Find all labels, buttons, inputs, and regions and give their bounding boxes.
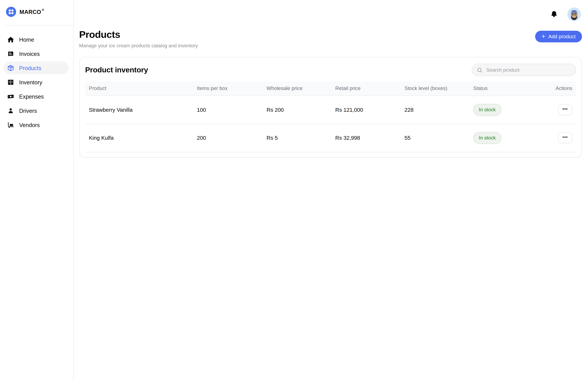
search-product-field[interactable] xyxy=(472,64,576,76)
page-subtitle: Manage your ice cream products catalog a… xyxy=(79,42,198,48)
col-status: Status xyxy=(469,81,545,96)
card-footer-spacer xyxy=(80,152,581,157)
cell-retail-price: Rs 32,998 xyxy=(332,124,401,152)
app-root: MARCO® Home Invoices Products xyxy=(0,0,588,382)
marco-logo-icon xyxy=(6,7,16,17)
sidebar-item-products[interactable]: Products xyxy=(4,61,69,74)
ellipsis-icon: ••• xyxy=(562,135,568,140)
cell-wholesale-price: Rs 200 xyxy=(263,96,332,124)
card-title: Product inventory xyxy=(85,66,148,74)
person-icon xyxy=(7,107,14,114)
invoice-icon xyxy=(7,50,14,57)
cell-product-name: Strawberry Vanilla xyxy=(85,96,193,124)
inventory-icon xyxy=(7,78,14,86)
col-items-per-box: Items per box xyxy=(193,81,263,96)
add-product-button[interactable]: + Add product xyxy=(535,31,582,42)
sidebar-item-invoices[interactable]: Invoices xyxy=(4,47,69,60)
status-badge: In stock xyxy=(473,132,501,144)
sidebar-item-label: Drivers xyxy=(19,107,37,114)
sidebar-item-vendors[interactable]: Vendors xyxy=(4,119,69,131)
sidebar-item-label: Home xyxy=(19,36,34,42)
plus-icon: + xyxy=(542,33,545,40)
sidebar-item-drivers[interactable]: Drivers xyxy=(4,104,69,117)
ellipsis-icon: ••• xyxy=(562,107,568,111)
sidebar-item-label: Inventory xyxy=(19,79,42,85)
col-retail-price: Retail price xyxy=(332,81,401,96)
cart-icon xyxy=(7,121,14,129)
page-header: Products Manage your ice cream products … xyxy=(74,21,588,48)
brand-logo[interactable]: MARCO® xyxy=(0,0,73,17)
sidebar-item-label: Vendors xyxy=(19,122,40,128)
home-icon xyxy=(7,36,14,43)
card-header: Product inventory xyxy=(80,57,581,81)
table-header-row: Product Items per box Wholesale price Re… xyxy=(85,81,576,96)
search-icon xyxy=(477,67,483,73)
sidebar-divider xyxy=(6,25,72,25)
col-wholesale-price: Wholesale price xyxy=(263,81,332,96)
row-actions-button[interactable]: ••• xyxy=(558,104,572,115)
topbar xyxy=(74,0,588,21)
sidebar-item-expenses[interactable]: Expenses xyxy=(4,90,69,103)
sidebar-item-label: Invoices xyxy=(19,50,40,57)
product-table: Product Items per box Wholesale price Re… xyxy=(85,81,576,152)
main-content: Products Manage your ice cream products … xyxy=(74,0,588,382)
col-stock-level: Stock level (boxes) xyxy=(401,81,469,96)
col-actions: Actions xyxy=(545,81,576,96)
sidebar-nav: Home Invoices Products Inventory xyxy=(0,33,73,131)
cell-product-name: King Kulfa xyxy=(85,124,193,152)
package-icon xyxy=(7,64,14,72)
cell-stock-level: 228 xyxy=(401,96,469,124)
sidebar-item-label: Products xyxy=(19,65,41,71)
brand-name: MARCO® xyxy=(20,9,44,15)
notification-bell-icon[interactable] xyxy=(550,10,558,19)
add-product-label: Add product xyxy=(548,34,576,39)
search-input[interactable] xyxy=(485,67,571,73)
product-inventory-card: Product inventory Product Items per box … xyxy=(80,57,582,157)
registered-mark: ® xyxy=(42,8,44,12)
cell-wholesale-price: Rs 5 xyxy=(263,124,332,152)
cell-stock-level: 55 xyxy=(401,124,469,152)
table-row: King Kulfa 200 Rs 5 Rs 32,998 55 In stoc… xyxy=(85,124,576,152)
table-row: Strawberry Vanilla 100 Rs 200 Rs 121,000… xyxy=(85,96,576,124)
status-badge: In stock xyxy=(473,104,501,116)
sidebar-item-home[interactable]: Home xyxy=(4,33,69,46)
banknote-icon xyxy=(7,93,14,100)
row-actions-button[interactable]: ••• xyxy=(558,132,572,143)
sidebar-item-label: Expenses xyxy=(19,93,44,100)
sidebar-item-inventory[interactable]: Inventory xyxy=(4,76,69,88)
cell-items-per-box: 100 xyxy=(193,96,263,124)
col-product: Product xyxy=(85,81,193,96)
user-avatar[interactable] xyxy=(567,7,581,21)
cell-items-per-box: 200 xyxy=(193,124,263,152)
sidebar: MARCO® Home Invoices Products xyxy=(0,0,74,382)
page-title: Products xyxy=(79,29,198,40)
cell-retail-price: Rs 121,000 xyxy=(332,96,401,124)
